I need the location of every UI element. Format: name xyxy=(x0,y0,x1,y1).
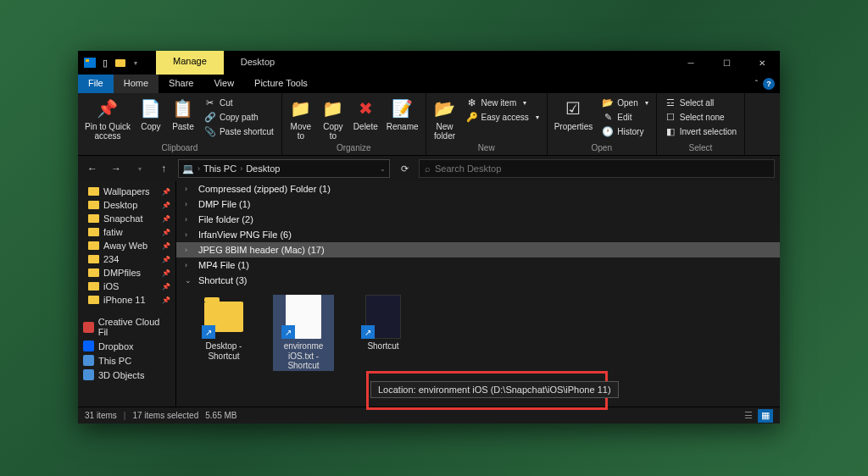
recent-dropdown[interactable]: ▾ xyxy=(131,159,149,178)
pc-icon: 💻 xyxy=(182,163,194,174)
select-all-button[interactable]: ☲Select all xyxy=(663,96,738,109)
statusbar: 31 items | 17 items selected 5.65 MB ☰ ▦ xyxy=(78,407,780,423)
file-menu[interactable]: File xyxy=(78,75,114,93)
paste-shortcut-button[interactable]: 📎Paste shortcut xyxy=(203,125,275,138)
chevron-icon: › xyxy=(185,200,193,208)
new-folder-button[interactable]: 📂New folder xyxy=(430,95,460,142)
properties-button[interactable]: ☑Properties xyxy=(551,95,597,133)
easy-access-button[interactable]: 🔑Easy access▾ xyxy=(465,110,541,124)
clipboard-group-label: Clipboard xyxy=(81,142,278,153)
edit-button[interactable]: ✎Edit xyxy=(600,110,649,124)
sidebar-item-this-pc[interactable]: This PC xyxy=(78,353,175,368)
pin-quick-access-button[interactable]: 📌Pin to Quick access xyxy=(81,95,134,142)
open-group-label: Open xyxy=(551,142,653,153)
group-row[interactable]: ›MP4 File (1) xyxy=(176,257,780,273)
maximize-button[interactable]: ☐ xyxy=(709,51,744,75)
share-menu[interactable]: Share xyxy=(159,75,203,93)
chevron-icon: › xyxy=(185,246,193,254)
sidebar: Wallpapers📌Desktop📌Snapchat📌fatiw📌Away W… xyxy=(78,181,176,407)
refresh-button[interactable]: ⟳ xyxy=(395,159,414,178)
shortcut-arrow-icon: ↗ xyxy=(361,325,375,339)
help-icon[interactable]: ? xyxy=(763,78,775,90)
rename-button[interactable]: 📝Rename xyxy=(383,95,422,133)
group-row[interactable]: ›Compressed (zipped) Folder (1) xyxy=(176,181,780,196)
copy-to-button[interactable]: 📁Copy to xyxy=(318,95,348,142)
file-item[interactable]: ↗environmeiOS.txt - Shortcut xyxy=(273,295,334,371)
rename-icon: 📝 xyxy=(391,97,415,120)
sidebar-item-dmpfiles[interactable]: DMPfiles📌 xyxy=(78,266,175,280)
breadcrumb-desktop[interactable]: Desktop xyxy=(246,163,280,174)
sidebar-item-ios[interactable]: iOS📌 xyxy=(78,280,175,293)
copy-button[interactable]: 📄Copy xyxy=(136,95,166,133)
manage-tab[interactable]: Manage xyxy=(156,51,224,75)
up-button[interactable]: ↑ xyxy=(154,159,173,178)
pin-icon: 📌 xyxy=(162,202,170,209)
file-item[interactable]: ↗Shortcut xyxy=(353,295,414,351)
minimize-button[interactable]: ─ xyxy=(673,51,709,75)
view-menu[interactable]: View xyxy=(203,75,244,93)
delete-button[interactable]: ✖Delete xyxy=(350,95,381,133)
qa-folder-icon[interactable] xyxy=(114,56,127,69)
file-explorer-window: ▯ ▾ Manage Desktop ─ ☐ ✕ File Home Share… xyxy=(78,51,780,423)
sidebar-item-wallpapers[interactable]: Wallpapers📌 xyxy=(78,185,175,198)
folder-icon xyxy=(88,282,99,291)
close-button[interactable]: ✕ xyxy=(744,51,780,75)
open-icon: 📂 xyxy=(602,97,614,108)
service-icon xyxy=(83,369,94,380)
copy-icon: 📄 xyxy=(139,97,163,120)
sidebar-item-dropbox[interactable]: Dropbox xyxy=(78,339,175,353)
select-group-label: Select xyxy=(660,142,741,153)
cut-button[interactable]: ✂Cut xyxy=(203,96,275,109)
pin-icon: 📌 xyxy=(162,242,170,250)
group-row[interactable]: ›File folder (2) xyxy=(176,212,780,227)
group-row[interactable]: ›DMP File (1) xyxy=(176,196,780,212)
thumbnails-view-icon[interactable]: ▦ xyxy=(758,409,773,423)
breadcrumb[interactable]: 💻 › This PC › Desktop ⌄ xyxy=(178,159,390,178)
home-menu[interactable]: Home xyxy=(114,75,159,93)
file-icon: ↗ xyxy=(202,295,246,339)
group-row[interactable]: ⌄Shortcut (3) xyxy=(176,273,780,288)
paste-shortcut-icon: 📎 xyxy=(204,125,216,137)
back-button[interactable]: ← xyxy=(83,159,102,178)
sidebar-item-3d-objects[interactable]: 3D Objects xyxy=(78,368,175,382)
easy-access-icon: 🔑 xyxy=(466,111,478,123)
copy-path-icon: 🔗 xyxy=(204,111,216,123)
group-row[interactable]: ›JPEG 8BIM header (Mac) (17) xyxy=(176,242,780,257)
invert-selection-button[interactable]: ◧Invert selection xyxy=(663,125,738,138)
folder-icon xyxy=(88,268,99,277)
properties-icon: ☑ xyxy=(561,97,585,120)
history-button[interactable]: 🕐History xyxy=(600,125,649,138)
open-button[interactable]: 📂Open▾ xyxy=(600,96,649,109)
content-area: ›Compressed (zipped) Folder (1)›DMP File… xyxy=(176,181,780,407)
menubar: File Home Share View Picture Tools ˆ ? xyxy=(78,75,780,93)
sidebar-item-desktop[interactable]: Desktop📌 xyxy=(78,198,175,212)
file-label: Shortcut xyxy=(367,341,398,351)
breadcrumb-this-pc[interactable]: This PC xyxy=(203,163,236,174)
group-row[interactable]: ›IrfanView PNG File (6) xyxy=(176,227,780,242)
sidebar-item-iphone-11[interactable]: iPhone 11📌 xyxy=(78,293,175,307)
select-none-button[interactable]: ☐Select none xyxy=(663,110,738,124)
select-none-icon: ☐ xyxy=(665,111,676,123)
details-view-icon[interactable]: ☰ xyxy=(741,409,756,423)
qa-dropdown[interactable]: ▾ xyxy=(129,56,142,69)
chevron-icon: › xyxy=(185,185,193,193)
ribbon-collapse-icon[interactable]: ˆ xyxy=(755,80,758,89)
sidebar-item-away-web[interactable]: Away Web📌 xyxy=(78,239,175,252)
search-box[interactable]: ⌕ Search Desktop xyxy=(419,159,775,178)
new-item-button[interactable]: ❇New item▾ xyxy=(465,96,541,109)
paste-button[interactable]: 📋Paste xyxy=(168,95,198,133)
picture-tools-menu[interactable]: Picture Tools xyxy=(244,75,318,93)
sidebar-item-creative-cloud-fil[interactable]: Creative Cloud Fil xyxy=(78,315,175,339)
sidebar-item-234[interactable]: 234📌 xyxy=(78,252,175,266)
move-to-button[interactable]: 📁Move to xyxy=(286,95,316,142)
qa-save-icon[interactable]: ▯ xyxy=(98,56,112,69)
forward-button[interactable]: → xyxy=(107,159,125,178)
shortcut-arrow-icon: ↗ xyxy=(281,325,295,339)
new-folder-icon: 📂 xyxy=(433,97,457,120)
sidebar-item-snapchat[interactable]: Snapchat📌 xyxy=(78,212,175,225)
file-item[interactable]: ↗Desktop - Shortcut xyxy=(193,295,254,361)
app-icon xyxy=(83,56,97,69)
copy-path-button[interactable]: 🔗Copy path xyxy=(203,110,275,124)
cut-icon: ✂ xyxy=(204,97,216,108)
sidebar-item-fatiw[interactable]: fatiw📌 xyxy=(78,225,175,239)
